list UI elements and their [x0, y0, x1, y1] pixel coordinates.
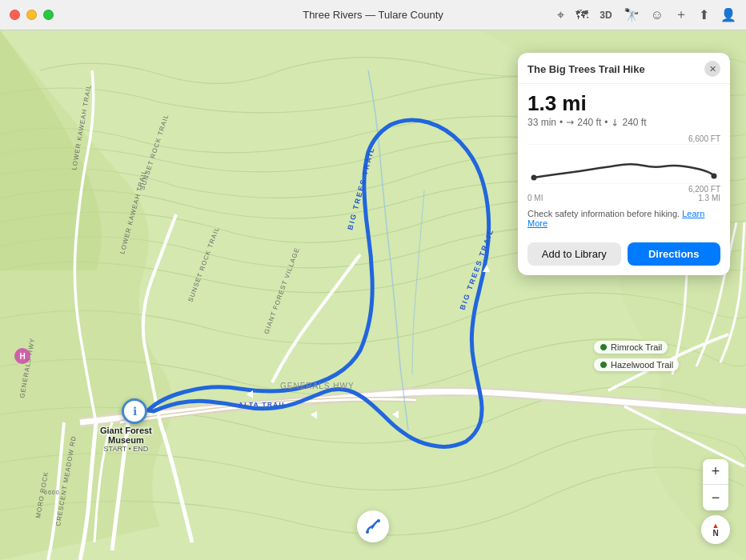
svg-text:H: H [19, 352, 25, 361]
elevation-chart-svg [527, 144, 720, 184]
card-actions: Add to Library Directions [518, 236, 730, 275]
window-title: Three Rivers — Tulare County [303, 9, 443, 21]
svg-point-22 [531, 174, 537, 180]
elevation-high: 6,600 FT [527, 134, 720, 143]
start-end-marker[interactable]: ℹ [122, 398, 147, 424]
account-icon[interactable]: 👤 [720, 7, 736, 22]
rimrock-trail-label: Rimrock Trail [594, 341, 668, 354]
add-to-library-button[interactable]: Add to Library [527, 242, 621, 266]
chart-x-labels: 0 MI 1.3 MI [527, 194, 720, 206]
svg-point-25 [377, 519, 380, 522]
zoom-control-group: + − [703, 459, 728, 510]
safety-text: Check safety information before hiking. … [527, 209, 720, 228]
svg-point-23 [712, 173, 717, 178]
elevation-low: 6,200 FT [527, 185, 720, 194]
distance-value: 1.3 mi [527, 92, 720, 115]
hazelwood-trail-label: Hazelwood Trail [594, 358, 679, 371]
museum-label: Giant Forest Museum START • END [100, 426, 152, 453]
maximize-button[interactable] [43, 10, 54, 20]
face-icon[interactable]: ☺ [651, 8, 664, 22]
svg-text:GENERALS HWY: GENERALS HWY [280, 382, 355, 390]
svg-text:ALTA TRAIL: ALTA TRAIL [239, 401, 287, 408]
ascent-icon: ↗ [564, 115, 577, 129]
location-icon[interactable]: ⌖ [557, 8, 564, 22]
titlebar: Three Rivers — Tulare County ⌖ 🗺 3D 🔭 ☺ … [0, 0, 746, 30]
zoom-in-button[interactable]: + [703, 459, 728, 485]
card-title: The Big Trees Trail Hike [527, 63, 645, 75]
three-d-label[interactable]: 3D [600, 10, 612, 21]
compass-button[interactable]: ▲ N [701, 515, 730, 544]
map-icon[interactable]: 🗺 [576, 8, 588, 22]
card-close-button[interactable]: ✕ [704, 61, 720, 77]
map[interactable]: BIG TREES TRAIL BIG TREES TRAIL ALTA TRA… [0, 30, 746, 560]
toolbar: ⌖ 🗺 3D 🔭 ☺ ＋ ⬆ 👤 [557, 6, 736, 23]
descent-icon: ↘ [608, 115, 622, 129]
directions-button[interactable]: Directions [628, 242, 721, 266]
route-svg-icon [364, 518, 382, 535]
svg-point-24 [366, 530, 369, 534]
binoculars-icon[interactable]: 🔭 [624, 7, 640, 22]
zoom-out-button[interactable]: − [703, 485, 728, 510]
add-icon[interactable]: ＋ [675, 6, 688, 23]
close-button[interactable] [10, 10, 20, 20]
share-icon[interactable]: ⬆ [699, 7, 709, 22]
svg-text:6600: 6600 [44, 490, 60, 495]
info-card: The Big Trees Trail Hike ✕ 1.3 mi 33 min… [518, 53, 730, 275]
traffic-lights [10, 10, 54, 20]
stats-row: 33 min • ↗ 240 ft • ↘ 240 ft [527, 117, 720, 128]
minimize-button[interactable] [26, 10, 37, 20]
route-icon-button[interactable] [357, 510, 389, 542]
map-controls: + − ▲ N [701, 459, 730, 544]
